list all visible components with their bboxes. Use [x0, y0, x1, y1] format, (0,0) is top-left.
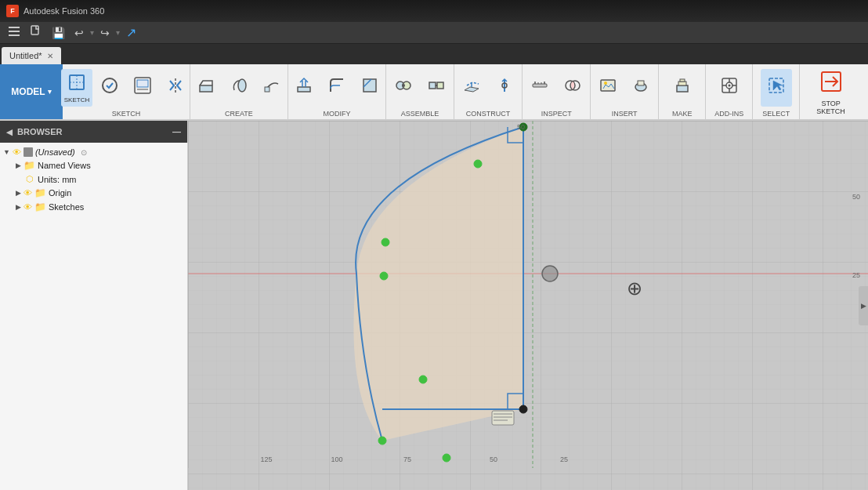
sketches-expand-icon: ▶	[16, 203, 21, 211]
folder-icon: 📁	[24, 160, 35, 171]
ribbon-group-select: SELECT	[753, 64, 800, 119]
fillet-button[interactable]	[321, 69, 353, 107]
svg-text:50: 50	[517, 123, 525, 131]
finish-sketch-button[interactable]	[94, 69, 125, 107]
offset-plane-button[interactable]	[456, 69, 487, 107]
app-menu-button[interactable]	[5, 24, 24, 42]
modify-group-label: MODIFY	[323, 110, 350, 118]
svg-rect-11	[200, 85, 212, 92]
browser-named-views[interactable]: ▶ 📁 Named Views	[0, 158, 187, 172]
eye-icon: 👁	[13, 147, 21, 157]
new-button[interactable]	[27, 24, 45, 42]
svg-rect-14	[265, 87, 269, 92]
ribbon-group-insert: INSERT	[591, 64, 659, 119]
component-icon	[24, 147, 33, 157]
browser-origin[interactable]: ▶ 👁 📁 Origin	[0, 186, 187, 200]
undo-button[interactable]: ↩	[71, 25, 87, 41]
sketch-mirror-button[interactable]	[160, 69, 191, 107]
pin-icon[interactable]: ⊙	[81, 148, 87, 157]
svg-point-66	[443, 454, 450, 462]
named-views-label: Named Views	[38, 161, 91, 170]
save-button[interactable]: 💾	[49, 25, 68, 41]
extrude-button[interactable]	[190, 69, 222, 107]
revolve-button[interactable]	[223, 69, 255, 107]
axis-button[interactable]	[489, 69, 520, 107]
chamfer-button[interactable]	[354, 69, 385, 107]
ribbon: MODEL ▾ SKETCH	[0, 64, 868, 121]
viewport-collapse-handle[interactable]: ▶	[859, 286, 868, 325]
addins-group-label: ADD-INS	[714, 110, 743, 118]
app-icon: F	[6, 5, 19, 17]
svg-point-43	[728, 85, 730, 87]
joint-button[interactable]	[388, 69, 419, 107]
interference-button[interactable]	[557, 69, 588, 107]
select-group-label: SELECT	[762, 110, 790, 118]
ribbon-group-assemble: ASSEMBLE	[386, 64, 454, 119]
press-pull-button[interactable]	[288, 69, 320, 107]
svg-point-63	[378, 437, 386, 445]
ribbon-group-inspect: INSPECT	[523, 64, 591, 119]
decal-button[interactable]	[625, 69, 656, 107]
origin-folder-icon: 📁	[34, 187, 46, 198]
svg-rect-0	[9, 27, 20, 28]
sketch-icon	[67, 73, 86, 95]
expand-icon: ▼	[3, 148, 10, 156]
stop-sketch-button[interactable]: STOP SKETCH	[800, 64, 862, 119]
title-bar: F Autodesk Fusion 360	[0, 0, 868, 22]
svg-text:50: 50	[490, 456, 497, 463]
svg-rect-39	[678, 82, 686, 85]
svg-point-13	[238, 79, 246, 92]
svg-text:25: 25	[852, 271, 860, 279]
rigid-group-button[interactable]	[421, 69, 452, 107]
measure-button[interactable]	[524, 69, 555, 107]
insert-canvas-button[interactable]	[592, 69, 624, 107]
browser-root-item[interactable]: ▼ 👁 (Unsaved) ⊙	[0, 146, 187, 158]
model-dropdown-button[interactable]: MODEL ▾	[0, 64, 63, 119]
svg-text:25: 25	[560, 456, 568, 463]
browser-panel: ◀ BROWSER — ▼ 👁 (Unsaved) ⊙ ▶ 📁 Named Vi…	[0, 121, 188, 490]
browser-title: BROWSER	[17, 127, 62, 136]
svg-point-35	[604, 82, 607, 85]
3d-print-button[interactable]	[667, 69, 698, 107]
sketch-create-button[interactable]: SKETCH	[61, 69, 92, 107]
push-pull-button[interactable]: ↗	[123, 24, 139, 42]
svg-text:125: 125	[260, 456, 272, 463]
sketch-group-label: SKETCH	[112, 110, 141, 118]
origin-label: Origin	[49, 188, 71, 198]
svg-rect-38	[677, 85, 688, 92]
svg-rect-15	[298, 87, 310, 92]
svg-rect-22	[437, 82, 443, 89]
construct-group-label: CONSTRUCT	[466, 110, 511, 118]
scripts-button[interactable]	[714, 69, 745, 107]
svg-text:100: 100	[331, 456, 342, 463]
svg-rect-2	[9, 34, 20, 36]
sweep-button[interactable]	[256, 69, 288, 107]
svg-rect-27	[533, 84, 547, 87]
ribbon-group-addins: ADD-INS	[706, 64, 753, 119]
redo-button[interactable]: ↪	[97, 25, 113, 41]
svg-point-62	[380, 272, 388, 280]
ribbon-group-modify: MODIFY	[288, 64, 386, 119]
browser-sketches[interactable]: ▶ 👁 📁 Sketches	[0, 200, 187, 214]
svg-point-61	[382, 238, 389, 246]
svg-text:50: 50	[852, 193, 860, 201]
tab-label: Untitled*	[9, 51, 42, 60]
browser-collapse-button[interactable]: ◀	[6, 128, 13, 136]
browser-minimize-button[interactable]: —	[172, 127, 181, 136]
browser-units[interactable]: ⬡ Units: mm	[0, 172, 187, 186]
document-tab[interactable]: Untitled* ✕	[2, 47, 61, 64]
quick-toolbar: 💾 ↩ ▾ ↪ ▾ ↗	[0, 22, 868, 44]
viewport[interactable]: 50 50 25 125 100 75 50 25 ⊕ ▶	[188, 121, 868, 490]
undo-count: ▾	[90, 28, 94, 37]
svg-rect-34	[601, 80, 615, 91]
named-views-expand-icon: ▶	[16, 162, 21, 169]
tab-close-button[interactable]: ✕	[47, 52, 53, 60]
units-label: Units: mm	[38, 175, 77, 184]
origin-expand-icon: ▶	[16, 189, 21, 197]
svg-rect-40	[680, 79, 685, 82]
ribbon-group-sketch: SKETCH	[63, 64, 190, 119]
main-area: ◀ BROWSER — ▼ 👁 (Unsaved) ⊙ ▶ 📁 Named Vi…	[0, 121, 868, 490]
sketch-palette-button[interactable]	[127, 69, 158, 107]
sketches-folder-icon: 📁	[34, 201, 46, 212]
select-button[interactable]	[761, 69, 792, 107]
